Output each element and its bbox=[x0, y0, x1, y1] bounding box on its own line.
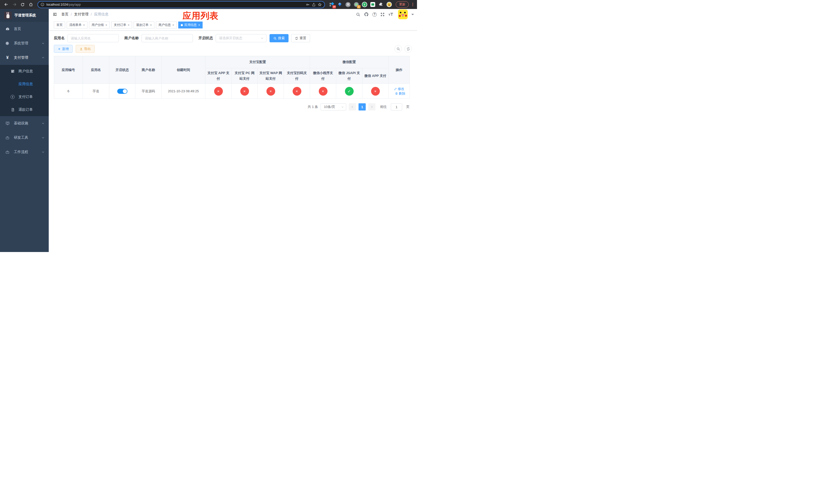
sidebar-item-pay-order[interactable]: ¥ 支付订单 bbox=[0, 91, 49, 103]
payment-submenu: 商户信息 应用信息 ¥ 支付订单 退款订单 bbox=[0, 65, 49, 116]
breadcrumb-home[interactable]: 首页 bbox=[61, 12, 68, 17]
status-success-icon: ✓ bbox=[345, 87, 354, 96]
chrome-update-button[interactable]: 更新 bbox=[396, 1, 409, 8]
col-operations: 操作 bbox=[389, 56, 410, 84]
reload-icon[interactable] bbox=[19, 1, 26, 8]
current-page[interactable]: 1 bbox=[358, 103, 366, 111]
tab-app-info[interactable]: 应用信息× bbox=[178, 22, 203, 28]
extensions-puzzle-icon[interactable] bbox=[378, 2, 384, 7]
enable-switch[interactable] bbox=[117, 89, 128, 94]
sidebar-item-home[interactable]: 首页 bbox=[0, 22, 49, 36]
close-icon[interactable]: × bbox=[198, 23, 200, 27]
goto-page-input[interactable] bbox=[391, 103, 402, 111]
github-icon[interactable] bbox=[364, 12, 369, 17]
breadcrumb: 首页 / 支付管理 / 应用信息 bbox=[61, 12, 109, 17]
page-size-select[interactable]: 10条/页 bbox=[321, 103, 346, 111]
profile-avatar-icon[interactable] bbox=[386, 2, 392, 7]
reset-button[interactable]: 重置 bbox=[291, 34, 310, 42]
chevron-down-icon bbox=[42, 136, 45, 139]
status-select[interactable]: 请选择开启状态 bbox=[216, 34, 266, 42]
font-size-icon[interactable] bbox=[388, 12, 393, 17]
sidebar-fold-icon[interactable] bbox=[52, 12, 57, 17]
col-app-name: 应用名 bbox=[83, 56, 109, 84]
ext-meet-icon[interactable]: 1 bbox=[353, 2, 359, 7]
sidebar-item-app-info[interactable]: 应用信息 bbox=[0, 78, 49, 91]
refresh-button[interactable] bbox=[404, 45, 412, 52]
tab-home[interactable]: 首页 bbox=[54, 22, 65, 28]
back-icon[interactable] bbox=[3, 1, 10, 8]
col-wechat-mini: 微信小程序支付 bbox=[310, 68, 336, 84]
col-alipay-wap: 支付宝 WAP 网站支付 bbox=[258, 68, 284, 84]
sidebar-item-refund-order[interactable]: 退款订单 bbox=[0, 103, 49, 116]
close-icon[interactable]: × bbox=[83, 23, 85, 27]
prev-page-button[interactable] bbox=[349, 103, 356, 111]
help-icon[interactable]: ? bbox=[372, 12, 377, 17]
key-icon[interactable] bbox=[306, 3, 310, 7]
status-fail-icon: × bbox=[319, 87, 328, 96]
col-app-id: 应用编号 bbox=[54, 56, 83, 84]
tab-process-form[interactable]: 流程表单× bbox=[67, 22, 87, 28]
col-alipay-app: 支付宝 APP 支付 bbox=[205, 68, 232, 84]
search-button[interactable]: 搜索 bbox=[269, 34, 288, 42]
close-icon[interactable]: × bbox=[172, 23, 174, 27]
home-icon[interactable] bbox=[27, 1, 35, 8]
ext-y-icon[interactable]: Y bbox=[361, 2, 367, 7]
sidebar-logo[interactable]: 芋道管理系统 bbox=[0, 9, 49, 22]
share-icon[interactable] bbox=[312, 3, 316, 7]
merchant-name-input[interactable] bbox=[141, 34, 193, 42]
tab-merchant-info[interactable]: 商户信息× bbox=[156, 22, 177, 28]
delete-link[interactable]: 删除 bbox=[395, 91, 405, 96]
sidebar-item-payment[interactable]: ¥ 支付管理 bbox=[0, 50, 49, 65]
sidebar-item-infra[interactable]: 基础设施 bbox=[0, 116, 49, 131]
col-merchant: 商户名称 bbox=[135, 56, 161, 84]
refresh-icon bbox=[295, 37, 298, 40]
ext-chat-icon[interactable] bbox=[370, 2, 375, 7]
chevron-down-icon bbox=[42, 42, 45, 45]
search-icon bbox=[396, 47, 400, 51]
avatar-caret-icon[interactable] bbox=[411, 14, 414, 17]
status-fail-icon: × bbox=[266, 87, 275, 96]
ext-gem-icon[interactable] bbox=[337, 2, 343, 7]
chevron-down-icon bbox=[42, 122, 45, 125]
pagination: 共 1 条 10条/页 1 前往 页 bbox=[54, 103, 410, 111]
sidebar-item-dev-tools[interactable]: 研发工具 bbox=[0, 131, 49, 145]
bookmark-star-icon[interactable] bbox=[318, 3, 322, 7]
info-icon[interactable] bbox=[41, 3, 44, 6]
close-icon[interactable]: × bbox=[150, 23, 152, 27]
navbar: 首页 / 支付管理 / 应用信息 ? bbox=[49, 9, 417, 20]
sidebar-item-merchant-info[interactable]: 商户信息 bbox=[0, 65, 49, 78]
toggle-search-button[interactable] bbox=[394, 45, 402, 52]
close-icon[interactable]: × bbox=[128, 23, 130, 27]
chrome-menu-icon[interactable] bbox=[411, 2, 414, 7]
tab-pay-order[interactable]: 支付订单× bbox=[111, 22, 132, 28]
tab-refund-order[interactable]: 退款订单× bbox=[134, 22, 154, 28]
shop-icon bbox=[10, 69, 15, 73]
ext-blocks-icon[interactable]: 10 bbox=[329, 2, 334, 7]
app-name-input[interactable] bbox=[67, 34, 119, 42]
tab-user-group[interactable]: 用户分组× bbox=[89, 22, 110, 28]
close-icon[interactable]: × bbox=[105, 23, 107, 27]
next-page-button[interactable] bbox=[368, 103, 375, 111]
edit-link[interactable]: 修改 bbox=[394, 87, 404, 91]
url-text: localhost:1024/pay/app bbox=[46, 3, 304, 6]
sidebar-item-system[interactable]: 系统管理 bbox=[0, 36, 49, 50]
ext-command-icon[interactable]: ⌘ bbox=[345, 2, 351, 7]
app-title: 芋道管理系统 bbox=[14, 13, 36, 18]
cell-app-name: 芋道 bbox=[83, 84, 109, 99]
user-avatar[interactable] bbox=[398, 9, 408, 19]
app-name-label: 应用名 bbox=[54, 36, 65, 41]
chevron-right-icon bbox=[370, 105, 373, 109]
chevron-down-icon bbox=[261, 37, 264, 40]
chevron-down-icon bbox=[341, 106, 344, 109]
address-bar[interactable]: localhost:1024/pay/app bbox=[38, 1, 325, 8]
breadcrumb-payment[interactable]: 支付管理 bbox=[74, 12, 88, 17]
search-icon[interactable] bbox=[356, 12, 360, 17]
export-button[interactable]: 导出 bbox=[76, 45, 95, 53]
fullscreen-icon[interactable] bbox=[380, 12, 385, 17]
page-content: 应用名 商户名称 开启状态 请选择开启状态 搜索 重置 bbox=[49, 30, 417, 111]
sidebar-item-workflow[interactable]: 工作流程 bbox=[0, 145, 49, 159]
forward-icon[interactable] bbox=[11, 1, 18, 8]
add-button[interactable]: 新增 bbox=[54, 45, 72, 53]
table-row: 6 芋道 芋道源码 2021-10-23 08:49:25 × × × × × … bbox=[54, 84, 410, 99]
table-toolbar: 新增 导出 bbox=[54, 45, 412, 53]
